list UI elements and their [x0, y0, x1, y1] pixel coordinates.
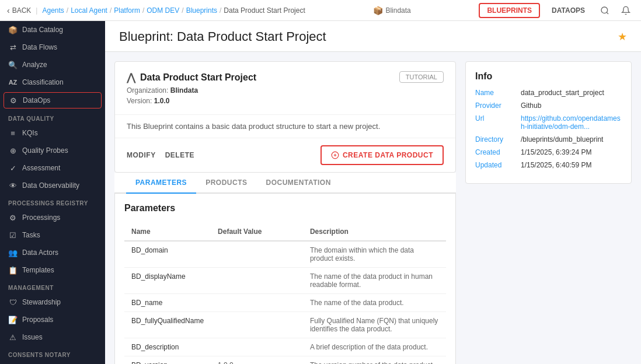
sidebar-item-data-observability[interactable]: 👁 Data Observability	[0, 177, 105, 194]
parameters-title: Parameters	[124, 203, 446, 214]
topbar-logo-area: 📦 Blindata	[373, 6, 410, 15]
param-default	[211, 294, 303, 312]
breadcrumb: Agents / Local Agent / Platform / ODM DE…	[42, 6, 305, 15]
blueprint-card-header: ⋀ Data Product Start Project Organizatio…	[115, 62, 455, 115]
table-row: BD_version 1.0.0 The version number of t…	[124, 356, 446, 365]
create-data-product-button[interactable]: CREATE DATA PRODUCT	[320, 145, 444, 165]
info-row: Directory /blueprints/dumb_blueprint	[475, 135, 622, 144]
breadcrumb-blueprints[interactable]: Blueprints	[186, 6, 217, 15]
stewardship-icon: 🛡	[8, 298, 18, 307]
col-default-value: Default Value	[211, 223, 303, 241]
info-row: Url https://github.com/opendatamesh-init…	[475, 114, 622, 131]
info-value[interactable]: https://github.com/opendatamesh-initiati…	[521, 114, 622, 131]
param-name: BD_domain	[124, 241, 211, 268]
info-label: Updated	[475, 161, 516, 169]
info-label: Created	[475, 148, 516, 156]
back-button[interactable]: ‹ BACK	[7, 6, 31, 15]
blueprint-icon: ⋀	[127, 71, 135, 84]
param-name: BD_description	[124, 338, 211, 356]
svg-point-0	[601, 7, 608, 13]
info-value: 1/15/2025, 6:39:24 PM	[521, 148, 622, 156]
tab-documentation[interactable]: DOCUMENTATION	[256, 173, 340, 194]
info-panel-title: Info	[475, 71, 622, 82]
data-catalog-icon: 📦	[8, 25, 18, 34]
col-name: Name	[124, 223, 211, 241]
parameters-table: Name Default Value Description BD_domain…	[124, 223, 446, 364]
delete-link[interactable]: DELETE	[165, 151, 194, 159]
sidebar-item-kqis[interactable]: ≡ KQIs	[0, 124, 105, 142]
col-description: Description	[303, 223, 446, 241]
tab-dataops[interactable]: DATAOPS	[545, 4, 592, 17]
sidebar-item-templates[interactable]: 📋 Templates	[0, 261, 105, 279]
page-title: Blueprint: Data Product Start Project ★	[119, 29, 627, 51]
data-flows-icon: ⇄	[8, 43, 18, 52]
data-actors-icon: 👥	[8, 248, 18, 257]
page-header: Blueprint: Data Product Start Project ★	[105, 21, 641, 52]
info-row: Created 1/15/2025, 6:39:24 PM	[475, 148, 622, 156]
param-default	[211, 268, 303, 294]
favorite-button[interactable]: ★	[618, 30, 627, 43]
table-row: BD_fullyQualifiedName Fully Qualified Na…	[124, 312, 446, 338]
sidebar-item-data-catalog[interactable]: 📦 Data Catalog	[0, 21, 105, 38]
processings-section-label: PROCESSINGS REGISTRY	[0, 194, 105, 209]
sidebar-item-stewardship[interactable]: 🛡 Stewardship	[0, 293, 105, 311]
search-button[interactable]	[597, 2, 613, 19]
sidebar-item-dataops[interactable]: ⚙ DataOps	[4, 92, 102, 108]
sidebar-item-analyze[interactable]: 🔍 Analyze	[0, 56, 105, 74]
sidebar-item-proposals[interactable]: 📝 Proposals	[0, 311, 105, 328]
templates-icon: 📋	[8, 265, 18, 275]
blueprint-card: ⋀ Data Product Start Project Organizatio…	[114, 61, 456, 173]
sidebar-item-classification[interactable]: AZ Classification	[0, 74, 105, 91]
left-column: ⋀ Data Product Start Project Organizatio…	[114, 61, 456, 364]
tab-products[interactable]: PRODUCTS	[196, 173, 256, 194]
classification-icon: AZ	[8, 78, 18, 87]
table-row: BD_displayName The name of the data prod…	[124, 268, 446, 294]
topbar-right: BLUEPRINTS DATAOPS	[479, 2, 634, 19]
sidebar-item-data-subjects[interactable]: 👤 Data Subjects	[0, 360, 105, 364]
sidebar-item-data-flows[interactable]: ⇄ Data Flows	[0, 38, 105, 56]
tab-blueprints[interactable]: BLUEPRINTS	[479, 3, 540, 18]
table-row: BD_domain The domain within which the da…	[124, 241, 446, 268]
main-content: Blueprint: Data Product Start Project ★ …	[105, 21, 641, 364]
issues-icon: ⚠	[8, 332, 18, 342]
sidebar-item-assessment[interactable]: ✓ Assessment	[0, 159, 105, 177]
sidebar-item-data-actors[interactable]: 👥 Data Actors	[0, 244, 105, 261]
blueprint-info: ⋀ Data Product Start Project Organizatio…	[127, 71, 399, 105]
modify-link[interactable]: MODIFY	[127, 151, 156, 159]
param-default	[211, 312, 303, 338]
table-row: BD_description A brief description of th…	[124, 338, 446, 356]
kqis-icon: ≡	[8, 128, 18, 138]
info-label: Provider	[475, 102, 516, 110]
param-desc: A brief description of the data product.	[303, 338, 446, 356]
param-desc: The name of the data product.	[303, 294, 446, 312]
tutorial-badge: TUTORIAL	[399, 71, 444, 83]
parameters-section: Parameters Name Default Value Descriptio…	[114, 194, 456, 364]
tab-parameters[interactable]: PARAMETERS	[126, 173, 196, 194]
param-name: BD_fullyQualifiedName	[124, 312, 211, 338]
right-column: Info Name data_product_start_project Pro…	[465, 61, 632, 364]
sidebar: 📦 Data Catalog ⇄ Data Flows 🔍 Analyze AZ…	[0, 21, 105, 364]
notifications-button[interactable]	[618, 2, 634, 19]
info-row: Provider Github	[475, 102, 622, 110]
param-desc: The domain within which the data product…	[303, 241, 446, 268]
tasks-icon: ☑	[8, 230, 18, 240]
info-value: 1/15/2025, 6:40:59 PM	[521, 161, 622, 169]
breadcrumb-local-agent[interactable]: Local Agent	[71, 6, 107, 15]
breadcrumb-agents[interactable]: Agents	[42, 6, 64, 15]
info-row: Name data_product_start_project	[475, 89, 622, 97]
breadcrumb-platform[interactable]: Platform	[114, 6, 140, 15]
sidebar-item-processings[interactable]: ⚙ Processings	[0, 209, 105, 226]
info-label: Directory	[475, 135, 516, 144]
sidebar-item-issues[interactable]: ⚠ Issues	[0, 328, 105, 346]
breadcrumb-odm-dev[interactable]: ODM DEV	[147, 6, 179, 15]
info-panel: Info Name data_product_start_project Pro…	[465, 61, 632, 184]
data-quality-section-label: DATA QUALITY	[0, 110, 105, 124]
management-section-label: MANAGEMENT	[0, 279, 105, 293]
sidebar-item-tasks[interactable]: ☑ Tasks	[0, 226, 105, 244]
assessment-icon: ✓	[8, 163, 18, 173]
content-columns: ⋀ Data Product Start Project Organizatio…	[114, 61, 632, 364]
info-value: data_product_start_project	[521, 89, 622, 97]
sidebar-item-quality-probes[interactable]: ⊕ Quality Probes	[0, 142, 105, 159]
blueprint-org: Organization: Blindata	[127, 86, 399, 94]
info-label: Url	[475, 114, 516, 131]
